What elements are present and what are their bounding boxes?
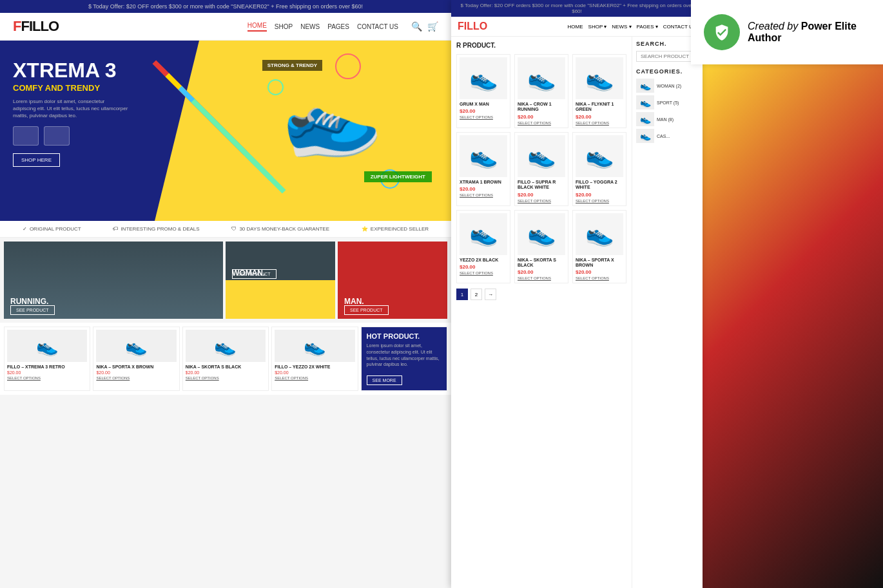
page-next[interactable]: → bbox=[485, 289, 496, 300]
product-name-2: NIKA – SPORTA X BROWN bbox=[96, 365, 176, 369]
hero-desc: Lorem ipsum dolor sit amet, consectetur … bbox=[13, 98, 129, 120]
cat-item-woman[interactable]: 👟 WOMAN (2) bbox=[636, 79, 699, 93]
search-label: SEARCH. bbox=[636, 41, 699, 47]
pagination: 1 2 → bbox=[456, 289, 626, 300]
cat-name-sport: SPORT (5) bbox=[657, 100, 679, 105]
hero-thumb-1[interactable] bbox=[13, 126, 39, 146]
cat-running[interactable]: RUNNING. SEE PRODUCT bbox=[4, 242, 223, 319]
shop-product-name-8: NIKA – SKORTA S BLACK bbox=[518, 258, 565, 269]
trust-promo: 🏷 INTERESTING PROMO & DEALS bbox=[113, 226, 199, 232]
product-select-4[interactable]: SELECT OPTIONS bbox=[275, 376, 354, 380]
cat-woman[interactable]: WOMAN. SEE PRODUCT bbox=[226, 242, 335, 319]
cat-man[interactable]: MAN. SEE PRODUCT bbox=[338, 242, 447, 319]
see-more-button[interactable]: SEE MORE bbox=[367, 375, 402, 385]
shop-product-9: 👟 NIKA – SPORTA X BROWN $20.00 SELECT OP… bbox=[572, 210, 626, 284]
search-icon[interactable]: 🔍 bbox=[411, 21, 422, 32]
shop-product-select-7[interactable]: SELECT OPTIONS bbox=[460, 271, 507, 275]
shop-product-img-5: 👟 bbox=[518, 135, 565, 177]
running-btn[interactable]: SEE PRODUCT bbox=[10, 305, 55, 315]
shield-small-icon: 🛡 bbox=[231, 226, 237, 232]
trust-seller: ⭐ EXPEREINCED SELLER bbox=[362, 226, 429, 232]
woman-btn[interactable]: SEE PRODUCT bbox=[232, 269, 277, 279]
shop-main: R PRODUCT. 👟 GRUM X MAN $20.00 SELECT OP… bbox=[451, 37, 703, 588]
shop-title: R PRODUCT. bbox=[456, 42, 626, 49]
badge-text: Created by Power Elite Author bbox=[748, 21, 870, 44]
shop-nav-links: HOME SHOP ▾ NEWS ▾ PAGES ▾ CONTACT US bbox=[568, 24, 696, 30]
page-1[interactable]: 1 bbox=[456, 289, 468, 300]
shop-sidebar: SEARCH. CATEGORIES. 👟 WOMAN (2) 👟 SPORT … bbox=[632, 37, 703, 588]
cat-name-man: MAN (8) bbox=[657, 117, 674, 122]
product-img-4: 👟 bbox=[275, 330, 354, 362]
shop-page-overlay: $ Today Offer: $20 OFF orders $300 or mo… bbox=[451, 0, 703, 588]
nav-pages[interactable]: PAGES bbox=[327, 23, 349, 30]
shop-product-price-5: $20.00 bbox=[518, 192, 565, 198]
announcement-bar: $ Today Offer: $20 OFF orders $300 or mo… bbox=[0, 0, 451, 13]
man-btn[interactable]: SEE PRODUCT bbox=[344, 305, 389, 315]
shop-product-img-1: 👟 bbox=[460, 57, 507, 99]
product-price-4: $20.00 bbox=[275, 370, 354, 375]
hot-desc: Lorem ipsum dolor sit amet, consectetur … bbox=[367, 343, 442, 368]
nav-news[interactable]: NEWS bbox=[300, 23, 320, 30]
hero-title: XTREMA 3 bbox=[13, 60, 129, 81]
hero-thumb-2[interactable] bbox=[44, 126, 70, 146]
shop-product-select-3[interactable]: SELECT OPTIONS bbox=[576, 121, 623, 125]
cat-thumb-sport: 👟 bbox=[636, 95, 654, 109]
cat-item-man[interactable]: 👟 MAN (8) bbox=[636, 112, 699, 126]
shop-product-price-8: $20.00 bbox=[518, 269, 565, 275]
hero-thumbnails bbox=[13, 126, 129, 146]
shop-here-button[interactable]: SHOP HERE bbox=[13, 153, 60, 167]
shop-product-select-1[interactable]: SELECT OPTIONS bbox=[460, 115, 507, 119]
badge-icon bbox=[704, 14, 740, 50]
product-select-2[interactable]: SELECT OPTIONS bbox=[96, 376, 176, 380]
product-select-1[interactable]: SELECT OPTIONS bbox=[7, 376, 87, 380]
shop-product-5: 👟 FILLO – SUPRA R BLACK WHITE $20.00 SEL… bbox=[514, 132, 568, 206]
shop-product-select-6[interactable]: SELECT OPTIONS bbox=[576, 199, 623, 203]
shop-product-img-8: 👟 bbox=[518, 213, 565, 255]
nav: FFILLO HOME SHOP NEWS PAGES CONTACT US 🔍… bbox=[0, 13, 451, 41]
shop-nav: FILLO HOME SHOP ▾ NEWS ▾ PAGES ▾ CONTACT… bbox=[451, 17, 703, 37]
trust-original: ✓ ORIGINAL PRODUCT bbox=[23, 226, 81, 232]
shop-product-name-1: GRUM X MAN bbox=[460, 102, 507, 107]
shop-product-img-2: 👟 bbox=[518, 57, 565, 99]
search-input[interactable] bbox=[636, 51, 699, 62]
page-2[interactable]: 2 bbox=[471, 289, 482, 300]
cart-icon[interactable]: 🛒 bbox=[427, 21, 438, 32]
shop-product-name-9: NIKA – SPORTA X BROWN bbox=[576, 258, 623, 269]
running-label: RUNNING. bbox=[10, 297, 48, 306]
website-preview: $ Today Offer: $20 OFF orders $300 or mo… bbox=[0, 0, 451, 588]
shop-product-select-5[interactable]: SELECT OPTIONS bbox=[518, 199, 565, 203]
shop-product-price-3: $20.00 bbox=[576, 114, 623, 120]
woman-bottom bbox=[226, 280, 335, 319]
nav-contact[interactable]: CONTACT US bbox=[357, 23, 398, 30]
nav-icons: 🔍 🛒 bbox=[411, 21, 438, 32]
shop-product-img-6: 👟 bbox=[576, 135, 623, 177]
star-icon: ⭐ bbox=[362, 226, 368, 232]
hero-left: XTREMA 3 COMFY AND TRENDY Lorem ipsum do… bbox=[13, 60, 129, 167]
shop-product-name-3: NIKA – FLYKNIT 1 GREEN bbox=[576, 102, 623, 113]
shop-product-select-9[interactable]: SELECT OPTIONS bbox=[576, 276, 623, 280]
shop-product-select-4[interactable]: SELECT OPTIONS bbox=[460, 193, 507, 197]
hot-title: HOT PRODUCT. bbox=[367, 332, 442, 340]
man-label: MAN. bbox=[344, 297, 364, 306]
shop-product-2: 👟 NIKA – CROW 1 RUNNING $20.00 SELECT OP… bbox=[514, 54, 568, 128]
cat-thumb-woman: 👟 bbox=[636, 79, 654, 93]
product-price-1: $20.00 bbox=[7, 370, 87, 375]
cat-item-sport[interactable]: 👟 SPORT (5) bbox=[636, 95, 699, 109]
category-section: RUNNING. SEE PRODUCT WOMAN. SEE PRODUCT … bbox=[0, 238, 451, 323]
shop-product-3: 👟 NIKA – FLYKNIT 1 GREEN $20.00 SELECT O… bbox=[572, 54, 626, 128]
cat-item-cas[interactable]: 👟 CAS... bbox=[636, 129, 699, 143]
nav-shop[interactable]: SHOP bbox=[275, 23, 293, 30]
shop-product-name-7: YEZZO 2X BLACK bbox=[460, 258, 507, 263]
products-section: 👟 FILLO – XTREMA 3 RETRO $20.00 SELECT O… bbox=[0, 323, 451, 395]
product-img-1: 👟 bbox=[7, 330, 87, 362]
product-card-3: 👟 NIKA – SKORTA S BLACK $20.00 SELECT OP… bbox=[182, 327, 269, 391]
cat-name-cas: CAS... bbox=[657, 134, 670, 138]
nav-home[interactable]: HOME bbox=[247, 22, 267, 32]
product-select-3[interactable]: SELECT OPTIONS bbox=[186, 376, 266, 380]
trust-bar: ✓ ORIGINAL PRODUCT 🏷 INTERESTING PROMO &… bbox=[0, 221, 451, 238]
shop-product-1: 👟 GRUM X MAN $20.00 SELECT OPTIONS bbox=[456, 54, 510, 128]
shop-product-select-2[interactable]: SELECT OPTIONS bbox=[518, 121, 565, 125]
product-price-2: $20.00 bbox=[96, 370, 176, 375]
shop-product-select-8[interactable]: SELECT OPTIONS bbox=[518, 276, 565, 280]
hero-section: XTREMA 3 COMFY AND TRENDY Lorem ipsum do… bbox=[0, 41, 451, 221]
